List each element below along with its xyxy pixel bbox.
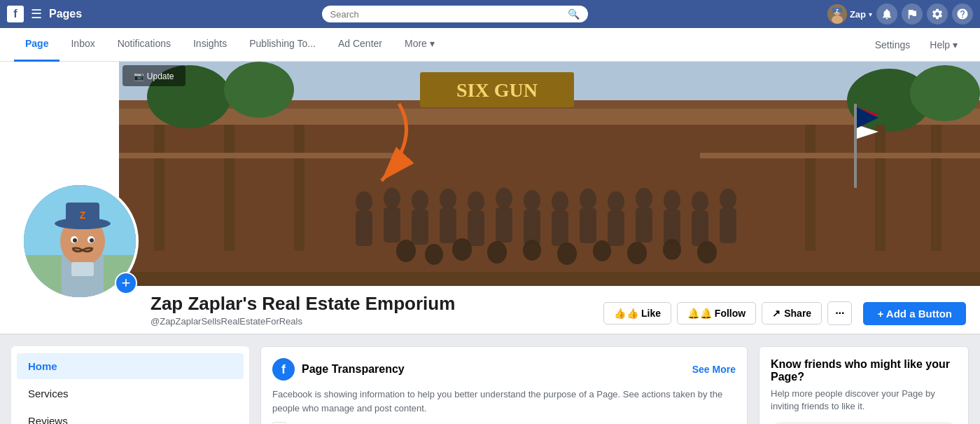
help-link[interactable]: Help ▾ <box>921 34 966 56</box>
tab-insights[interactable]: Insights <box>182 28 238 62</box>
svg-point-80 <box>73 238 77 242</box>
tab-adcenter[interactable]: Ad Center <box>327 28 393 62</box>
main-content: Home Services Reviews ▾ See more Create … <box>0 335 980 424</box>
settings-link[interactable]: Settings <box>867 34 919 56</box>
follow-label: 🔔 Follow <box>700 308 746 319</box>
cover-photo: SIX GUN <box>119 62 980 286</box>
tab-page[interactable]: Page <box>14 28 59 62</box>
svg-rect-46 <box>636 207 652 242</box>
svg-text:📷 Update: 📷 Update <box>134 71 174 81</box>
tab-notifications[interactable]: Notifications <box>106 28 182 62</box>
svg-rect-63 <box>854 104 857 188</box>
profile-picture-container: Z <box>21 182 139 300</box>
svg-point-62 <box>697 241 717 264</box>
svg-point-43 <box>608 191 624 212</box>
svg-point-45 <box>636 188 652 209</box>
svg-rect-8 <box>119 104 980 272</box>
add-button[interactable]: + Add a Button <box>863 302 966 325</box>
facebook-logo[interactable]: f <box>7 6 24 22</box>
share-icon: ↗ <box>772 308 780 319</box>
svg-point-81 <box>90 238 94 242</box>
share-label: Share <box>784 308 811 319</box>
svg-text:Z: Z <box>80 210 86 221</box>
svg-rect-52 <box>720 208 736 243</box>
page-info-bar: Zap Zaplar's Real Estate Emporium @ZapZa… <box>0 286 980 334</box>
svg-point-41 <box>580 189 596 210</box>
settings-button[interactable] <box>927 4 948 25</box>
svg-rect-26 <box>356 211 372 246</box>
bell-icon: 🔔 <box>687 308 699 319</box>
svg-rect-36 <box>496 207 512 242</box>
svg-point-57 <box>523 240 541 261</box>
add-photo-button[interactable]: + <box>115 272 137 294</box>
follow-button[interactable]: 🔔 🔔 Follow <box>677 302 756 324</box>
friends-invite-card: Know friends who might like your Page? H… <box>759 346 969 424</box>
svg-rect-18 <box>224 125 234 251</box>
top-navigation: f ☰ Pages 🔍 <box>0 0 980 28</box>
svg-point-35 <box>496 188 512 209</box>
search-box: 🔍 <box>322 6 588 22</box>
page-handle: @ZapZaplarSellsRealEstateForReals <box>150 316 455 327</box>
svg-point-56 <box>487 241 507 264</box>
svg-rect-28 <box>384 207 400 242</box>
svg-point-29 <box>412 190 428 211</box>
svg-rect-22 <box>931 125 941 251</box>
sidebar-navigation: Home Services Reviews ▾ See more Create … <box>11 346 249 424</box>
svg-point-25 <box>356 191 372 212</box>
page-tabs: Page Inbox Notifications Insights Publis… <box>14 28 867 62</box>
svg-point-60 <box>627 242 647 264</box>
svg-rect-24 <box>700 153 980 158</box>
svg-rect-40 <box>552 211 568 246</box>
search-input[interactable] <box>330 9 568 20</box>
like-label: 👍 Like <box>626 308 661 319</box>
share-button[interactable]: ↗ Share <box>762 302 822 324</box>
svg-rect-32 <box>440 208 456 243</box>
right-sidebar: Know friends who might like your Page? H… <box>759 346 969 424</box>
search-icon: 🔍 <box>568 8 580 20</box>
svg-rect-30 <box>412 210 428 245</box>
svg-point-61 <box>663 239 681 260</box>
svg-point-2 <box>832 15 843 24</box>
svg-rect-38 <box>524 210 540 245</box>
svg-text:Z: Z <box>836 8 839 13</box>
svg-point-55 <box>452 238 472 261</box>
user-menu[interactable]: Z Zap ▾ <box>827 4 872 24</box>
more-options-button[interactable]: ··· <box>827 301 852 325</box>
svg-point-14 <box>224 62 294 118</box>
transparency-card: f Page Transparency See More Facebook is… <box>260 346 748 424</box>
svg-point-54 <box>425 244 443 265</box>
fb-icon: f <box>272 358 295 381</box>
svg-rect-82 <box>71 262 94 276</box>
svg-rect-42 <box>580 208 596 243</box>
sidebar-item-services[interactable]: Services <box>17 381 244 406</box>
username-label: Zap <box>850 9 866 20</box>
svg-rect-21 <box>875 125 886 251</box>
notifications-button[interactable] <box>876 4 897 25</box>
svg-point-59 <box>593 240 611 261</box>
svg-rect-44 <box>608 211 624 246</box>
svg-rect-34 <box>468 211 484 246</box>
svg-point-39 <box>552 191 568 212</box>
help-button[interactable] <box>952 4 973 25</box>
svg-rect-50 <box>692 211 708 246</box>
svg-point-49 <box>692 191 708 212</box>
pages-title: Pages <box>49 8 82 20</box>
friend-search-box: 🔍 <box>771 422 957 424</box>
see-more-transparency[interactable]: See More <box>692 364 736 375</box>
friends-card-title: Know friends who might like your Page? <box>771 358 957 383</box>
svg-point-33 <box>468 191 484 212</box>
sidebar-item-home[interactable]: Home <box>17 353 244 379</box>
tab-more[interactable]: More ▾ <box>393 28 446 62</box>
tab-publishing[interactable]: Publishing To... <box>238 28 327 62</box>
menu-icon[interactable]: ☰ <box>31 6 42 22</box>
svg-rect-20 <box>805 125 816 251</box>
friends-card-subtitle: Help more people discover your Page by i… <box>771 388 957 413</box>
thumbs-up-icon: 👍 <box>614 308 626 319</box>
like-button[interactable]: 👍 👍 Like <box>603 302 671 324</box>
page-name: Zap Zaplar's Real Estate Emporium <box>150 293 455 315</box>
tab-inbox[interactable]: Inbox <box>59 28 106 62</box>
svg-rect-19 <box>294 125 304 251</box>
flag-button[interactable] <box>902 4 923 25</box>
sidebar-item-reviews[interactable]: Reviews <box>17 408 244 424</box>
user-dropdown-arrow: ▾ <box>869 11 872 18</box>
